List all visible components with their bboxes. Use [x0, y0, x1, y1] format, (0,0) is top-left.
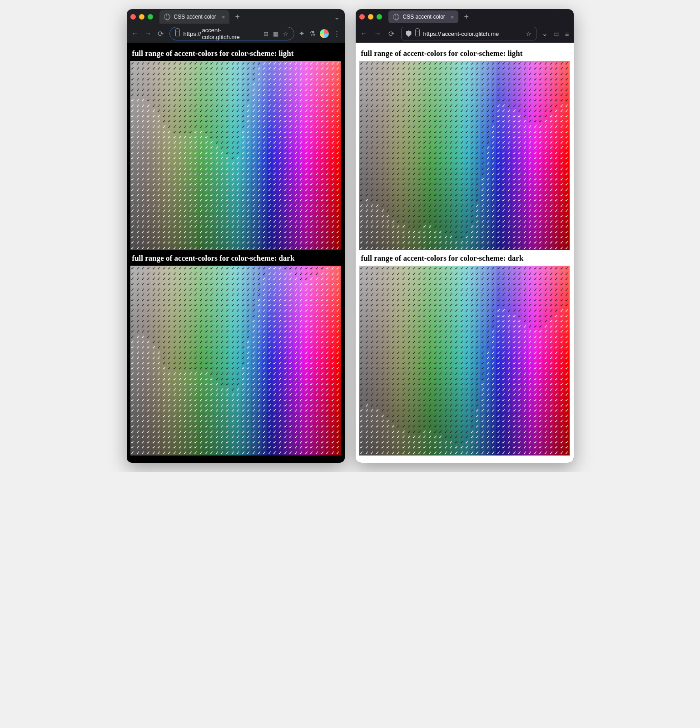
accent-swatch[interactable]: ✓: [194, 187, 199, 193]
accent-swatch[interactable]: ✓: [412, 445, 417, 451]
accent-swatch[interactable]: ✓: [512, 324, 517, 329]
accent-swatch[interactable]: ✓: [141, 429, 146, 435]
accent-swatch[interactable]: ✓: [204, 381, 209, 387]
accent-swatch[interactable]: ✓: [130, 219, 136, 224]
accent-swatch[interactable]: ✓: [407, 61, 412, 66]
accent-swatch[interactable]: ✓: [496, 287, 501, 292]
accent-swatch[interactable]: ✓: [517, 403, 522, 408]
accent-swatch[interactable]: ✓: [438, 82, 443, 87]
accent-swatch[interactable]: ✓: [283, 450, 288, 456]
accent-swatch[interactable]: ✓: [375, 440, 380, 445]
accent-swatch[interactable]: ✓: [330, 134, 336, 140]
accent-swatch[interactable]: ✓: [470, 371, 475, 376]
accent-swatch[interactable]: ✓: [486, 419, 491, 424]
accent-swatch[interactable]: ✓: [178, 129, 183, 135]
accent-swatch[interactable]: ✓: [464, 240, 470, 245]
accent-swatch[interactable]: ✓: [167, 198, 173, 203]
accent-swatch[interactable]: ✓: [412, 419, 417, 424]
accent-swatch[interactable]: ✓: [480, 150, 486, 156]
accent-swatch[interactable]: ✓: [533, 450, 538, 456]
accent-swatch[interactable]: ✓: [522, 134, 528, 140]
accent-swatch[interactable]: ✓: [407, 82, 412, 87]
accent-swatch[interactable]: ✓: [480, 397, 486, 403]
accent-swatch[interactable]: ✓: [162, 429, 167, 435]
accent-swatch[interactable]: ✓: [391, 366, 396, 371]
accent-swatch[interactable]: ✓: [230, 387, 236, 392]
accent-swatch[interactable]: ✓: [336, 193, 341, 198]
accent-swatch[interactable]: ✓: [309, 61, 315, 66]
accent-swatch[interactable]: ✓: [209, 93, 214, 98]
accent-swatch[interactable]: ✓: [209, 129, 214, 135]
accent-swatch[interactable]: ✓: [257, 150, 262, 156]
accent-swatch[interactable]: ✓: [194, 93, 199, 98]
accent-swatch[interactable]: ✓: [188, 287, 194, 292]
accent-swatch[interactable]: ✓: [146, 203, 151, 208]
accent-swatch[interactable]: ✓: [278, 224, 283, 229]
accent-swatch[interactable]: ✓: [391, 245, 396, 251]
accent-swatch[interactable]: ✓: [486, 413, 491, 419]
accent-swatch[interactable]: ✓: [533, 392, 538, 398]
accent-swatch[interactable]: ✓: [449, 182, 454, 188]
accent-swatch[interactable]: ✓: [141, 187, 146, 193]
accent-swatch[interactable]: ✓: [559, 219, 565, 224]
accent-swatch[interactable]: ✓: [178, 182, 183, 188]
accent-swatch[interactable]: ✓: [370, 119, 375, 124]
accent-swatch[interactable]: ✓: [506, 229, 512, 235]
accent-swatch[interactable]: ✓: [135, 77, 141, 82]
accent-swatch[interactable]: ✓: [257, 177, 262, 182]
accent-swatch[interactable]: ✓: [188, 208, 194, 214]
accent-swatch[interactable]: ✓: [391, 145, 396, 151]
account-icon[interactable]: ▭: [553, 30, 560, 38]
accent-swatch[interactable]: ✓: [538, 387, 544, 392]
accent-swatch[interactable]: ✓: [257, 71, 262, 77]
accent-swatch[interactable]: ✓: [522, 177, 528, 182]
accent-swatch[interactable]: ✓: [135, 403, 141, 408]
accent-swatch[interactable]: ✓: [543, 440, 549, 445]
accent-swatch[interactable]: ✓: [370, 329, 375, 335]
accent-swatch[interactable]: ✓: [407, 166, 412, 172]
accent-swatch[interactable]: ✓: [167, 282, 173, 287]
accent-swatch[interactable]: ✓: [501, 361, 507, 366]
accent-swatch[interactable]: ✓: [230, 271, 236, 277]
accent-swatch[interactable]: ✓: [370, 345, 375, 350]
accent-swatch[interactable]: ✓: [549, 87, 554, 93]
accent-swatch[interactable]: ✓: [385, 271, 391, 277]
accent-swatch[interactable]: ✓: [183, 429, 188, 435]
accent-swatch[interactable]: ✓: [449, 198, 454, 203]
accent-swatch[interactable]: ✓: [396, 303, 402, 308]
accent-swatch[interactable]: ✓: [220, 271, 225, 277]
accent-swatch[interactable]: ✓: [512, 77, 517, 82]
accent-swatch[interactable]: ✓: [522, 350, 528, 356]
accent-swatch[interactable]: ✓: [391, 324, 396, 329]
accent-swatch[interactable]: ✓: [235, 156, 241, 161]
accent-swatch[interactable]: ✓: [330, 108, 336, 114]
accent-swatch[interactable]: ✓: [422, 219, 428, 224]
accent-swatch[interactable]: ✓: [359, 198, 365, 203]
accent-swatch[interactable]: ✓: [325, 413, 330, 419]
accent-swatch[interactable]: ✓: [262, 61, 267, 66]
accent-swatch[interactable]: ✓: [267, 103, 273, 109]
accent-swatch[interactable]: ✓: [330, 93, 336, 98]
accent-swatch[interactable]: ✓: [214, 297, 220, 303]
accent-swatch[interactable]: ✓: [412, 429, 417, 435]
accent-swatch[interactable]: ✓: [220, 403, 225, 408]
accent-swatch[interactable]: ✓: [156, 177, 162, 182]
accent-swatch[interactable]: ✓: [156, 103, 162, 109]
accent-swatch[interactable]: ✓: [380, 287, 386, 292]
accent-swatch[interactable]: ✓: [199, 450, 204, 456]
accent-swatch[interactable]: ✓: [375, 403, 380, 408]
accent-swatch[interactable]: ✓: [230, 98, 236, 103]
accent-swatch[interactable]: ✓: [401, 282, 407, 287]
accent-swatch[interactable]: ✓: [501, 387, 507, 392]
accent-swatch[interactable]: ✓: [417, 161, 422, 166]
accent-swatch[interactable]: ✓: [433, 366, 438, 371]
accent-swatch[interactable]: ✓: [214, 355, 220, 361]
accent-swatch[interactable]: ✓: [501, 98, 507, 103]
accent-swatch[interactable]: ✓: [538, 440, 544, 445]
accent-swatch[interactable]: ✓: [359, 266, 365, 271]
accent-swatch[interactable]: ✓: [230, 397, 236, 403]
accent-swatch[interactable]: ✓: [251, 108, 257, 114]
accent-swatch[interactable]: ✓: [336, 266, 341, 271]
accent-swatch[interactable]: ✓: [538, 177, 544, 182]
accent-swatch[interactable]: ✓: [225, 381, 230, 387]
